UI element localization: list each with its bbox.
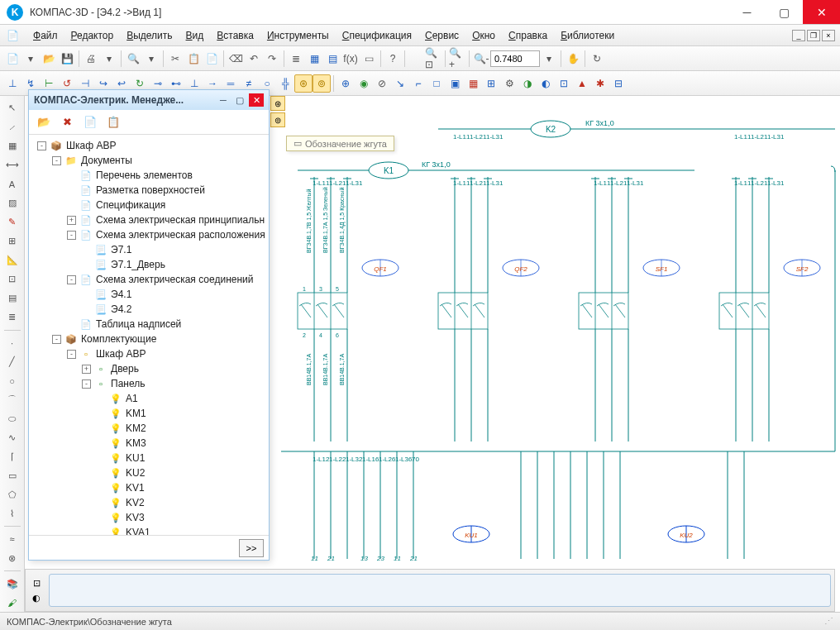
tb2-23[interactable]: ⌐ [409,74,427,93]
vt-rect[interactable]: ▭ [2,466,22,484]
vt-dim[interactable]: ⟷ [2,156,22,174]
vt-text[interactable]: A [2,175,22,193]
tb2-28[interactable]: ⚙ [500,74,518,93]
tb2-24[interactable]: □ [427,74,446,93]
eraser-button[interactable]: ⌫ [227,50,245,68]
refresh-button[interactable]: ↻ [588,50,606,68]
vt-edit[interactable]: ✎ [2,213,22,231]
tree-expander[interactable]: - [67,275,76,284]
tree-expander[interactable]: - [37,141,46,150]
menu-tools[interactable]: Инструменты [260,30,336,41]
panel-minimize[interactable]: ─ [216,93,231,107]
tree-item[interactable]: -▫Панель [31,376,267,391]
menu-service[interactable]: Сервис [418,30,465,41]
preview-dd[interactable]: ▾ [142,50,160,68]
maximize-button[interactable]: ▢ [766,0,803,24]
minimize-button[interactable]: ─ [728,0,766,24]
harness-marking-button[interactable]: ⊛ [294,74,313,93]
menu-insert[interactable]: Вставка [210,30,260,41]
vt-point[interactable]: · [2,334,22,352]
tree-item[interactable]: 💡A1 [31,391,267,406]
vt-spec[interactable]: ▤ [2,289,22,308]
tree-expander[interactable]: - [52,156,61,165]
new-button[interactable]: 📄 [3,50,21,68]
help-button[interactable]: ? [384,50,402,68]
layers-button[interactable]: ≣ [287,50,305,68]
resize-grip[interactable]: ⋰ [824,616,833,627]
menu-help[interactable]: Справка [502,30,554,41]
tree-item[interactable]: 💡KV3 [31,510,267,525]
tree-item[interactable]: 💡KU2 [31,465,267,480]
zoom-in-button[interactable]: 🔍+ [448,50,466,68]
tree-item[interactable]: 📄Спецификация [31,198,267,212]
tree-item[interactable]: 💡KM2 [31,421,267,436]
tree-item[interactable]: 📄Перечень элементов [31,168,267,183]
tb2-34[interactable]: ⊟ [609,74,628,93]
panel-titlebar[interactable]: КОМПАС-Электрик. Менедже... ─ ▢ ✕ [29,90,269,110]
vt-segment[interactable]: ╱ [2,353,22,371]
tree-item[interactable]: 💡KM1 [31,406,267,421]
panel-open[interactable]: 📂 [34,113,54,131]
zoom-all-button[interactable]: 🔍⊡ [424,50,442,68]
tb2-30[interactable]: ◐ [537,74,555,93]
mdi-minimize[interactable]: _ [792,30,805,41]
tool-harness-2[interactable]: ⊚ [270,112,285,127]
tree-item[interactable]: 📃Э7.1_Дверь [31,257,267,272]
tb2-18[interactable]: ⊚ [313,74,331,93]
paste-button[interactable]: 📄 [203,50,221,68]
tree-item[interactable]: 📃Э4.2 [31,302,267,317]
cmd-icon-1[interactable]: ⊡ [29,576,44,589]
project-tree[interactable]: -📦Шкаф АВР-📁Документы📄Перечень элементов… [29,135,269,535]
tb2-21[interactable]: ⊘ [373,74,391,93]
vars-button[interactable]: ▭ [360,50,378,68]
menu-window[interactable]: Окно [465,30,502,41]
panel-delete[interactable]: ✖ [57,113,77,131]
tool-harness-1[interactable]: ⊛ [270,96,285,111]
zoom-input[interactable] [490,50,540,67]
tree-item[interactable]: 💡KU1 [31,451,267,465]
vt-hatch[interactable]: ▨ [2,194,22,212]
tree-item[interactable]: 💡KV2 [31,495,267,510]
vt-spline[interactable]: ∿ [2,428,22,446]
vt-cursor[interactable]: ↖ [2,99,22,117]
panel-go-button[interactable]: >> [239,539,264,557]
tree-item[interactable]: -📁Документы [31,153,267,168]
tb2-29[interactable]: ◑ [518,74,537,93]
tb2-31[interactable]: ⊡ [555,74,573,93]
redo-button[interactable]: ↷ [263,50,281,68]
panel-maximize[interactable]: ▢ [232,93,247,107]
close-button[interactable]: ✕ [803,0,840,24]
tb2-25[interactable]: ▣ [446,74,464,93]
tree-expander[interactable]: + [67,216,76,225]
tb2-26[interactable]: ▦ [464,74,482,93]
vt-param[interactable]: ⊞ [2,232,22,251]
fx-button[interactable]: f(x) [341,50,360,68]
vt-paint[interactable]: 🖌 [2,594,22,612]
panel-close[interactable]: ✕ [249,93,264,107]
print-button[interactable]: 🖨 [82,50,100,68]
vt-select[interactable]: ⊡ [2,270,22,289]
print-dd[interactable]: ▾ [100,50,118,68]
vt-lib[interactable]: 📚 [2,575,22,593]
vt-arc[interactable]: ⌒ [2,391,22,409]
vt-circle[interactable]: ○ [2,372,22,390]
vt-contour[interactable]: ⌇ [2,504,22,523]
tb2-16[interactable]: ╬ [276,74,294,93]
vt-eq2[interactable]: ⊗ [2,549,22,567]
cmd-icon-2[interactable]: ◐ [29,591,44,604]
menu-spec[interactable]: Спецификация [336,30,418,41]
vt-fillet[interactable]: ⌈ [2,447,22,465]
tree-item[interactable]: 📃Э4.1 [31,287,267,302]
vt-measure[interactable]: 📐 [2,251,22,270]
pan-button[interactable]: ✋ [564,50,582,68]
tree-item[interactable]: 📄Разметка поверхностей [31,183,267,198]
tree-item[interactable]: -📦Комплектующие [31,332,267,346]
vt-grid[interactable]: ▦ [2,137,22,155]
vt-eq1[interactable]: ≈ [2,530,22,548]
preview-button[interactable]: 🔍 [124,50,142,68]
menu-file[interactable]: Файл [26,30,64,41]
tb2-1[interactable]: ⊥ [3,74,21,93]
new-dd-button[interactable]: ▾ [21,50,40,68]
vt-line[interactable]: ⟋ [2,118,22,136]
tb2-33[interactable]: ✱ [591,74,609,93]
